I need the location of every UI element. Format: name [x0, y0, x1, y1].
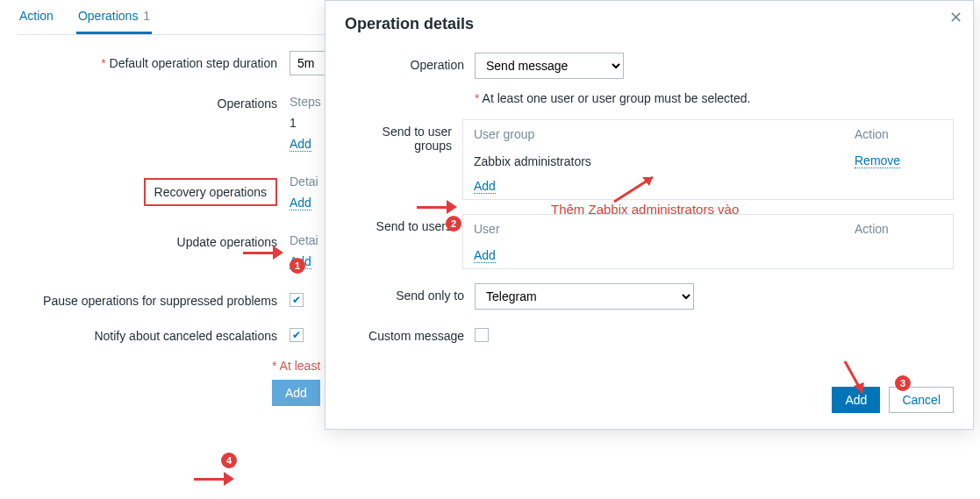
custom-message-checkbox[interactable]: [475, 328, 489, 342]
operation-details-modal: ✕ Operation details Operation Send messa…: [325, 0, 974, 430]
users-table: User Action Add: [462, 214, 954, 269]
default-step-label: Default operation step duration: [18, 51, 290, 70]
custom-label: Custom message: [345, 324, 475, 343]
tab-action[interactable]: Action: [18, 9, 55, 34]
annotation-arrow-4: [194, 472, 234, 486]
col-user: User: [474, 222, 855, 236]
col-usergroup: User group: [474, 127, 855, 141]
modal-add-button[interactable]: Add: [832, 387, 880, 413]
notify-label: Notify about canceled escalations: [18, 324, 290, 343]
notify-checkbox[interactable]: ✔: [290, 328, 304, 342]
pause-checkbox[interactable]: ✔: [290, 293, 304, 307]
groups-label: Send to user groups: [345, 119, 462, 153]
operations-add-link[interactable]: Add: [290, 137, 311, 152]
group-row: Zabbix administrators Remove: [463, 148, 953, 174]
sendonly-label: Send only to: [345, 283, 475, 303]
operation-field-label: Operation: [345, 53, 475, 72]
users-label: Send to users: [345, 214, 462, 233]
tab-operations[interactable]: Operations 1: [76, 9, 152, 34]
col-action-groups: Action: [855, 127, 942, 141]
user-groups-table: User group Action Zabbix administrators …: [462, 119, 954, 200]
tab-operations-count: 1: [143, 9, 150, 23]
annotation-badge-4: 4: [221, 453, 237, 468]
operations-label: Operations: [18, 91, 290, 110]
update-label: Update operations: [18, 230, 290, 249]
recovery-add-link[interactable]: Add: [290, 196, 311, 210]
update-add-link[interactable]: Add: [290, 254, 311, 269]
tab-operations-label: Operations: [78, 9, 138, 23]
main-add-button[interactable]: Add: [272, 380, 320, 406]
modal-cancel-button[interactable]: Cancel: [889, 387, 954, 413]
modal-hint: * At least one user or user group must b…: [475, 91, 954, 105]
group-remove-link[interactable]: Remove: [855, 153, 900, 168]
modal-title: Operation details: [345, 15, 954, 33]
modal-hint-text: At least one user or user group must be …: [483, 91, 751, 105]
group-row-name: Zabbix administrators: [474, 154, 855, 168]
users-add-link[interactable]: Add: [474, 248, 496, 263]
recovery-label: Recovery operations: [144, 178, 277, 206]
col-action-users: Action: [855, 222, 942, 236]
recovery-label-wrap: Recovery operations: [18, 171, 290, 206]
groups-add-link[interactable]: Add: [474, 179, 496, 194]
pause-label: Pause operations for suppressed problems: [18, 289, 290, 308]
close-icon[interactable]: ✕: [949, 8, 962, 27]
operation-select[interactable]: Send message: [475, 53, 624, 79]
sendonly-select[interactable]: Telegram: [475, 283, 694, 310]
